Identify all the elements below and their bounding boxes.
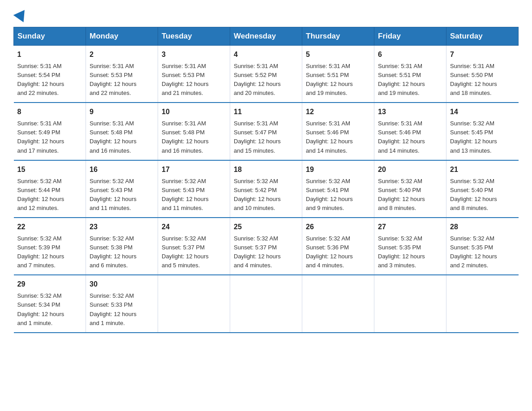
calendar-cell: 23Sunrise: 5:32 AMSunset: 5:38 PMDayligh…: [86, 218, 158, 275]
day-info: Sunrise: 5:32 AMSunset: 5:39 PMDaylight:…: [17, 234, 82, 270]
calendar-cell: 3Sunrise: 5:31 AMSunset: 5:53 PMDaylight…: [158, 46, 230, 103]
day-info: Sunrise: 5:31 AMSunset: 5:48 PMDaylight:…: [90, 119, 154, 155]
day-number: 20: [378, 164, 442, 176]
day-info: Sunrise: 5:31 AMSunset: 5:46 PMDaylight:…: [306, 119, 370, 155]
calendar-cell: 29Sunrise: 5:32 AMSunset: 5:34 PMDayligh…: [14, 275, 86, 332]
day-number: 29: [17, 279, 82, 290]
day-header-monday: Monday: [86, 27, 158, 46]
day-info: Sunrise: 5:31 AMSunset: 5:46 PMDaylight:…: [378, 119, 442, 155]
day-number: 11: [234, 107, 298, 118]
day-info: Sunrise: 5:31 AMSunset: 5:52 PMDaylight:…: [234, 62, 298, 98]
calendar-table: SundayMondayTuesdayWednesdayThursdayFrid…: [13, 27, 519, 333]
calendar-cell: 16Sunrise: 5:32 AMSunset: 5:43 PMDayligh…: [86, 160, 158, 218]
calendar-cell: 19Sunrise: 5:32 AMSunset: 5:41 PMDayligh…: [302, 160, 374, 218]
day-number: 13: [378, 107, 442, 118]
day-info: Sunrise: 5:31 AMSunset: 5:47 PMDaylight:…: [234, 119, 298, 155]
day-info: Sunrise: 5:31 AMSunset: 5:54 PMDaylight:…: [17, 62, 82, 98]
day-number: 7: [450, 49, 515, 60]
day-number: 2: [90, 49, 154, 60]
day-info: Sunrise: 5:32 AMSunset: 5:43 PMDaylight:…: [162, 177, 226, 213]
day-number: 23: [90, 222, 154, 233]
day-number: 3: [162, 49, 226, 60]
calendar-cell: 10Sunrise: 5:31 AMSunset: 5:48 PMDayligh…: [158, 103, 230, 160]
day-header-saturday: Saturday: [446, 27, 519, 46]
calendar-cell: 18Sunrise: 5:32 AMSunset: 5:42 PMDayligh…: [230, 160, 302, 218]
day-number: 19: [306, 164, 370, 176]
calendar-cell: [446, 275, 519, 332]
day-number: 1: [17, 49, 82, 60]
day-info: Sunrise: 5:31 AMSunset: 5:48 PMDaylight:…: [162, 119, 226, 155]
day-number: 24: [162, 222, 226, 233]
day-info: Sunrise: 5:31 AMSunset: 5:51 PMDaylight:…: [306, 62, 370, 98]
calendar-cell: [374, 275, 446, 332]
day-header-thursday: Thursday: [302, 27, 374, 46]
day-number: 14: [450, 107, 515, 118]
day-header-friday: Friday: [374, 27, 446, 46]
day-number: 8: [17, 107, 82, 118]
calendar-cell: 6Sunrise: 5:31 AMSunset: 5:51 PMDaylight…: [374, 46, 446, 103]
day-info: Sunrise: 5:32 AMSunset: 5:40 PMDaylight:…: [378, 177, 442, 213]
day-info: Sunrise: 5:32 AMSunset: 5:42 PMDaylight:…: [234, 177, 298, 213]
calendar-cell: 5Sunrise: 5:31 AMSunset: 5:51 PMDaylight…: [302, 46, 374, 103]
day-info: Sunrise: 5:31 AMSunset: 5:53 PMDaylight:…: [162, 62, 226, 98]
day-number: 16: [90, 164, 154, 176]
day-info: Sunrise: 5:32 AMSunset: 5:44 PMDaylight:…: [17, 177, 82, 213]
day-number: 25: [234, 222, 298, 233]
day-info: Sunrise: 5:32 AMSunset: 5:34 PMDaylight:…: [17, 291, 82, 328]
day-number: 5: [306, 49, 370, 60]
day-number: 26: [306, 222, 370, 233]
day-number: 9: [90, 107, 154, 118]
day-number: 28: [450, 222, 515, 233]
calendar-header: SundayMondayTuesdayWednesdayThursdayFrid…: [14, 27, 519, 46]
calendar-cell: 20Sunrise: 5:32 AMSunset: 5:40 PMDayligh…: [374, 160, 446, 218]
day-number: 10: [162, 107, 226, 118]
calendar-cell: 8Sunrise: 5:31 AMSunset: 5:49 PMDaylight…: [14, 103, 86, 160]
day-info: Sunrise: 5:32 AMSunset: 5:43 PMDaylight:…: [90, 177, 154, 213]
calendar-cell: 26Sunrise: 5:32 AMSunset: 5:36 PMDayligh…: [302, 218, 374, 275]
page-header: [13, 9, 519, 19]
calendar-cell: 28Sunrise: 5:32 AMSunset: 5:35 PMDayligh…: [446, 218, 519, 275]
calendar-cell: 2Sunrise: 5:31 AMSunset: 5:53 PMDaylight…: [86, 46, 158, 103]
calendar-cell: 9Sunrise: 5:31 AMSunset: 5:48 PMDaylight…: [86, 103, 158, 160]
day-info: Sunrise: 5:32 AMSunset: 5:33 PMDaylight:…: [90, 291, 154, 328]
day-info: Sunrise: 5:32 AMSunset: 5:45 PMDaylight:…: [450, 119, 515, 155]
day-number: 18: [234, 164, 298, 176]
logo-top: [13, 9, 28, 20]
calendar-body: 1Sunrise: 5:31 AMSunset: 5:54 PMDaylight…: [14, 46, 519, 333]
calendar-cell: 7Sunrise: 5:31 AMSunset: 5:50 PMDaylight…: [446, 46, 519, 103]
day-info: Sunrise: 5:32 AMSunset: 5:35 PMDaylight:…: [378, 234, 442, 270]
calendar-cell: [158, 275, 230, 332]
calendar-cell: [230, 275, 302, 332]
week-row-1: 1Sunrise: 5:31 AMSunset: 5:54 PMDaylight…: [14, 46, 519, 103]
day-header-wednesday: Wednesday: [230, 27, 302, 46]
logo-triangle-icon: [13, 6, 30, 22]
day-number: 30: [90, 279, 154, 290]
calendar-cell: 13Sunrise: 5:31 AMSunset: 5:46 PMDayligh…: [374, 103, 446, 160]
calendar-cell: 22Sunrise: 5:32 AMSunset: 5:39 PMDayligh…: [14, 218, 86, 275]
day-info: Sunrise: 5:31 AMSunset: 5:50 PMDaylight:…: [450, 62, 515, 98]
calendar-cell: 15Sunrise: 5:32 AMSunset: 5:44 PMDayligh…: [14, 160, 86, 218]
calendar-cell: 24Sunrise: 5:32 AMSunset: 5:37 PMDayligh…: [158, 218, 230, 275]
week-row-4: 22Sunrise: 5:32 AMSunset: 5:39 PMDayligh…: [14, 218, 519, 275]
day-number: 21: [450, 164, 515, 176]
calendar-cell: 4Sunrise: 5:31 AMSunset: 5:52 PMDaylight…: [230, 46, 302, 103]
calendar-cell: 12Sunrise: 5:31 AMSunset: 5:46 PMDayligh…: [302, 103, 374, 160]
day-header-sunday: Sunday: [14, 27, 86, 46]
day-number: 27: [378, 222, 442, 233]
week-row-2: 8Sunrise: 5:31 AMSunset: 5:49 PMDaylight…: [14, 103, 519, 160]
week-row-5: 29Sunrise: 5:32 AMSunset: 5:34 PMDayligh…: [14, 275, 519, 332]
calendar-cell: 27Sunrise: 5:32 AMSunset: 5:35 PMDayligh…: [374, 218, 446, 275]
day-number: 12: [306, 107, 370, 118]
day-info: Sunrise: 5:32 AMSunset: 5:37 PMDaylight:…: [234, 234, 298, 270]
calendar-cell: [302, 275, 374, 332]
day-info: Sunrise: 5:32 AMSunset: 5:37 PMDaylight:…: [162, 234, 226, 270]
day-info: Sunrise: 5:32 AMSunset: 5:38 PMDaylight:…: [90, 234, 154, 270]
day-info: Sunrise: 5:31 AMSunset: 5:49 PMDaylight:…: [17, 119, 82, 155]
day-info: Sunrise: 5:31 AMSunset: 5:53 PMDaylight:…: [90, 62, 154, 98]
day-header-tuesday: Tuesday: [158, 27, 230, 46]
calendar-cell: 30Sunrise: 5:32 AMSunset: 5:33 PMDayligh…: [86, 275, 158, 332]
calendar-cell: 21Sunrise: 5:32 AMSunset: 5:40 PMDayligh…: [446, 160, 519, 218]
day-number: 6: [378, 49, 442, 60]
day-headers-row: SundayMondayTuesdayWednesdayThursdayFrid…: [14, 27, 519, 46]
calendar-cell: 17Sunrise: 5:32 AMSunset: 5:43 PMDayligh…: [158, 160, 230, 218]
